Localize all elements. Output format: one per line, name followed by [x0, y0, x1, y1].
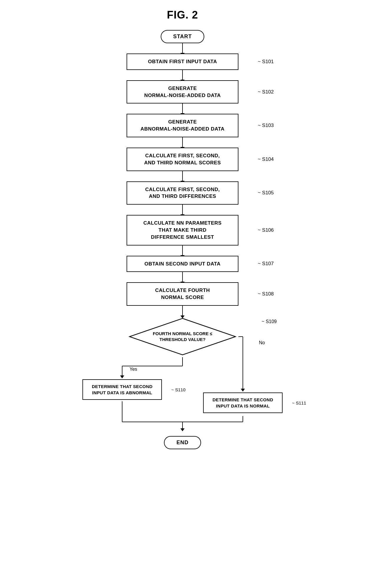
step-s101-box: OBTAIN FIRST INPUT DATA: [127, 54, 238, 70]
diagram-container: FIG. 2 START OBTAIN FIRST INPUT DATA ~ S…: [0, 0, 365, 467]
arrow-2: [182, 70, 183, 80]
start-node: START: [161, 30, 204, 43]
step-s111-label: ~ S111: [292, 400, 306, 405]
arrow-8: [182, 272, 183, 282]
branch-area: Yes DETERMINE THAT SECOND INPUT DATA IS …: [82, 357, 283, 434]
end-node: END: [164, 436, 201, 449]
step-s104-wrapper: CALCULATE FIRST, SECOND, AND THIRD NORMA…: [127, 148, 238, 171]
figure-title: FIG. 2: [167, 9, 198, 21]
yes-label: Yes: [130, 367, 137, 372]
arrow-3: [182, 103, 183, 114]
decision-s109-container: FOURTH NORMAL SCORE ≤ THRESHOLD VALUE? ~…: [127, 316, 238, 357]
step-s104-label: ~ S104: [258, 156, 274, 162]
start-capsule: START: [161, 30, 204, 43]
step-s111-wrapper: DETERMINE THAT SECOND INPUT DATA IS NORM…: [203, 392, 283, 413]
step-s108-wrapper: CALCULATE FOURTH NORMAL SCORE ~ S108: [127, 282, 238, 306]
step-s107-box: OBTAIN SECOND INPUT DATA: [127, 256, 238, 272]
arrow-4: [182, 137, 183, 148]
step-s102-wrapper: GENERATE NORMAL-NOISE-ADDED DATA ~ S102: [127, 80, 238, 104]
step-s110-box: DETERMINE THAT SECOND INPUT DATA IS ABNO…: [82, 379, 162, 400]
step-s107-wrapper: OBTAIN SECOND INPUT DATA ~ S107: [127, 256, 238, 272]
svg-marker-4: [120, 375, 124, 378]
step-s103-label: ~ S103: [258, 123, 274, 128]
arrow-9: [182, 306, 183, 316]
step-s103-wrapper: GENERATE ABNORMAL-NOISE-ADDED DATA ~ S10…: [127, 114, 238, 137]
step-s103-box: GENERATE ABNORMAL-NOISE-ADDED DATA: [127, 114, 238, 137]
step-s108-label: ~ S108: [258, 291, 274, 297]
no-label: No: [259, 340, 265, 345]
step-s108-box: CALCULATE FOURTH NORMAL SCORE: [127, 282, 238, 306]
decision-s109-text: FOURTH NORMAL SCORE ≤ THRESHOLD VALUE?: [127, 316, 238, 357]
step-s101-wrapper: OBTAIN FIRST INPUT DATA ~ S101: [127, 54, 238, 70]
step-s110-wrapper: DETERMINE THAT SECOND INPUT DATA IS ABNO…: [82, 379, 162, 400]
step-s107-label: ~ S107: [258, 261, 274, 267]
arrow-1: [182, 43, 183, 54]
step-s102-label: ~ S102: [258, 89, 274, 95]
step-s105-box: CALCULATE FIRST, SECOND, AND THIRD DIFFE…: [127, 181, 238, 205]
step-s110-label: ~ S110: [171, 387, 185, 392]
step-s106-box: CALCULATE NN PARAMETERS THAT MAKE THIRD …: [127, 215, 238, 245]
step-s105-wrapper: CALCULATE FIRST, SECOND, AND THIRD DIFFE…: [127, 181, 238, 205]
flowchart: START OBTAIN FIRST INPUT DATA ~ S101 GEN…: [65, 30, 300, 449]
arrow-6: [182, 205, 183, 215]
step-s111-box: DETERMINE THAT SECOND INPUT DATA IS NORM…: [203, 392, 283, 413]
step-s109-label: ~ S109: [262, 319, 277, 324]
step-s106-wrapper: CALCULATE NN PARAMETERS THAT MAKE THIRD …: [127, 215, 238, 245]
step-s101-label: ~ S101: [258, 59, 274, 65]
arrow-5: [182, 171, 183, 181]
step-s106-label: ~ S106: [258, 227, 274, 233]
step-s102-box: GENERATE NORMAL-NOISE-ADDED DATA: [127, 80, 238, 104]
step-s104-box: CALCULATE FIRST, SECOND, AND THIRD NORMA…: [127, 148, 238, 171]
arrow-7: [182, 245, 183, 256]
end-capsule: END: [164, 436, 201, 449]
step-s105-label: ~ S105: [258, 190, 274, 196]
